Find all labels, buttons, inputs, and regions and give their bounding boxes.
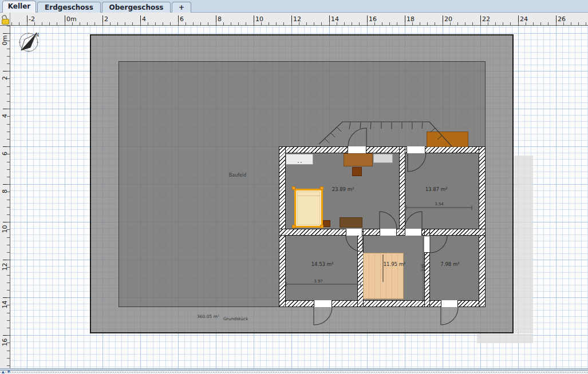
ruler-major-tick <box>556 15 557 26</box>
bed-mattress <box>297 192 320 225</box>
ruler-label: 6 <box>1 148 9 160</box>
room-area-label: 7.98 m² <box>440 261 459 267</box>
selection-handle[interactable] <box>292 186 295 190</box>
ruler-major-tick <box>518 15 519 26</box>
wall-interior-a[interactable] <box>399 146 405 236</box>
sort-ascending-icon[interactable]: ▲ <box>2 369 5 374</box>
wall-exterior-left[interactable] <box>279 146 286 307</box>
ruler-label: 22 <box>482 15 490 23</box>
ruler-label: 18 <box>407 15 415 23</box>
ruler-label: 8 <box>218 15 222 23</box>
door-opening-bottom1[interactable] <box>314 300 332 307</box>
ruler-major-tick <box>102 15 103 26</box>
nightstand[interactable] <box>323 220 330 227</box>
ruler-horizontal: -20m2468101214161820222426 <box>0 13 588 26</box>
shelf[interactable] <box>373 154 393 163</box>
tab-obergeschoss[interactable]: Obergeschoss <box>102 2 171 13</box>
selection-handle[interactable] <box>292 225 295 228</box>
bed-pillow-line <box>297 196 320 196</box>
tab-add-level[interactable]: + <box>172 2 191 13</box>
room-area-label: 14.53 m² <box>311 261 334 267</box>
ruler-label: 26 <box>558 15 566 23</box>
room-7-98[interactable] <box>430 236 479 300</box>
baufeld-label: Baufeld <box>229 173 247 178</box>
door-opening-top-right[interactable] <box>407 146 425 153</box>
compass-icon[interactable]: N <box>19 33 39 52</box>
room-area-label: 13.87 m² <box>425 186 448 192</box>
ruler-major-tick <box>65 15 65 26</box>
tab-erdgeschoss[interactable]: Erdgeschoss <box>37 2 101 13</box>
plot-name-label: Grundstück <box>223 316 248 321</box>
wardrobe[interactable] <box>286 154 313 165</box>
door-opening-top[interactable] <box>348 146 366 153</box>
base-plan-lock-icon[interactable] <box>1 15 10 25</box>
ruler-vertical: 0m246810121416 <box>0 26 10 368</box>
ruler-major-tick <box>443 15 443 26</box>
door-opening-hall-left[interactable] <box>346 229 362 236</box>
plot-area-label: 360.05 m² <box>197 314 219 319</box>
door-opening-hall-mid2[interactable] <box>405 229 422 236</box>
ruler-label: 14 <box>331 15 339 23</box>
ruler-label: 10 <box>1 223 9 236</box>
ruler-label: 2 <box>104 15 108 23</box>
ruler-label: 4 <box>1 110 9 122</box>
other-level-shape <box>514 156 533 333</box>
ruler-label: 16 <box>369 15 377 23</box>
selection-handle[interactable] <box>320 225 323 228</box>
ruler-major-tick <box>216 15 216 26</box>
selection-handle[interactable] <box>320 186 323 190</box>
tab-keller[interactable]: Keller <box>2 1 36 13</box>
staircase[interactable] <box>363 253 404 299</box>
lock-body <box>2 19 9 25</box>
room-area-label: 11.95 m² <box>384 261 406 267</box>
dimension-label-vertical[interactable]: 3.66 <box>420 264 424 271</box>
chair[interactable] <box>352 167 362 176</box>
other-level-shape <box>477 334 533 343</box>
ruler-label: 24 <box>520 15 528 23</box>
ruler-major-tick <box>480 15 481 26</box>
level-tab-bar: Keller Erdgeschoss Obergeschoss + <box>0 0 588 13</box>
ruler-major-tick <box>178 15 179 26</box>
ruler-major-tick <box>329 15 330 26</box>
bottom-panel-edge[interactable]: ▲ ▼ <box>0 371 588 374</box>
ruler-label: 4 <box>142 15 146 23</box>
ruler-major-tick <box>405 15 405 26</box>
ruler-label: 2 <box>1 72 9 85</box>
desk[interactable] <box>344 153 373 166</box>
wall-exterior-right[interactable] <box>479 146 486 307</box>
outdoor-dresser[interactable] <box>427 132 468 147</box>
bed-selected[interactable] <box>294 189 323 228</box>
ruler-major-tick <box>27 15 27 26</box>
dimension-label[interactable]: 3.54 <box>435 202 444 206</box>
sort-descending-icon[interactable]: ▼ <box>7 369 10 374</box>
staircase-rail <box>382 254 384 282</box>
ruler-label: 12 <box>1 261 9 273</box>
ruler-label: 0m <box>66 15 77 23</box>
ruler-label: 12 <box>293 15 301 23</box>
room-area-label: 23.89 m² <box>332 186 354 192</box>
sideboard[interactable] <box>340 217 362 228</box>
ruler-label: 0m <box>1 34 9 47</box>
ruler-label: 6 <box>180 15 184 23</box>
ruler-major-tick <box>367 15 368 26</box>
ruler-label: 16 <box>1 336 9 349</box>
door-opening-room798[interactable] <box>424 236 430 253</box>
door-opening-bottom2[interactable] <box>441 300 458 307</box>
dimension-label[interactable]: 3.97 <box>314 279 323 284</box>
door-opening-hall-mid1[interactable] <box>380 229 397 236</box>
ruler-major-tick <box>140 15 141 26</box>
room-14-53[interactable] <box>286 236 357 300</box>
ruler-label: 8 <box>1 185 9 198</box>
ruler-label: 10 <box>255 15 263 23</box>
ruler-major-tick <box>254 15 254 26</box>
ruler-label: -2 <box>29 15 35 23</box>
ruler-major-tick <box>291 15 292 26</box>
compass-north-label: N <box>35 33 39 38</box>
ruler-label: 20 <box>444 15 452 23</box>
ruler-label: 14 <box>1 299 9 311</box>
wall-exterior-top[interactable] <box>279 146 486 153</box>
